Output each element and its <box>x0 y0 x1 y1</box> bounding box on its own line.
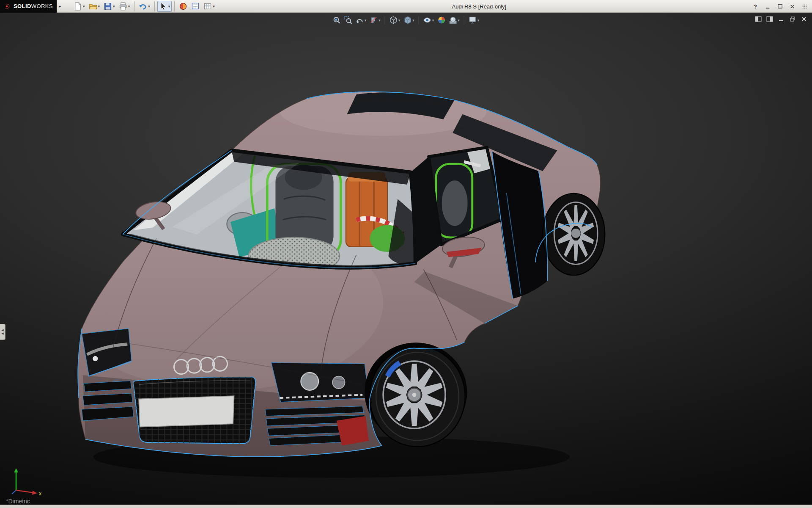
apply-scene-button[interactable]: ▾ <box>447 15 461 25</box>
print-button[interactable]: ▾ <box>117 1 132 12</box>
toolbar-separator <box>464 16 464 25</box>
edit-appearance-button[interactable] <box>436 15 447 25</box>
print-icon <box>119 2 127 11</box>
zoom-to-fit-button[interactable] <box>332 15 342 25</box>
appearance-button[interactable] <box>177 1 189 12</box>
dropdown-arrow-icon[interactable]: ▾ <box>83 4 85 8</box>
view-settings-icon <box>469 16 477 24</box>
zoom-to-area-icon <box>344 16 352 24</box>
view-orientation-label: *Dimetric <box>6 498 30 505</box>
restore-doc-button[interactable] <box>789 15 796 23</box>
drawing-sheet-button[interactable] <box>189 1 201 12</box>
minimize-button[interactable] <box>763 2 772 11</box>
display-style-button[interactable]: ▾ <box>402 15 416 25</box>
orientation-triad: x <box>10 464 48 496</box>
toolbar-expand-arrow-icon[interactable]: ▸ <box>59 4 61 8</box>
dropdown-arrow-icon[interactable]: ▾ <box>477 18 480 22</box>
status-strip <box>0 505 812 508</box>
document-window-controls <box>754 15 808 23</box>
license-plate <box>139 396 234 427</box>
toolbar-separator <box>385 16 385 25</box>
headlight-right <box>272 363 369 402</box>
dropdown-arrow-icon[interactable]: ▾ <box>213 4 215 8</box>
section-view-icon <box>370 16 378 24</box>
minimize-doc-button[interactable] <box>777 15 785 23</box>
rear-right-wheel <box>543 193 605 275</box>
dropdown-arrow-icon[interactable]: ▾ <box>168 4 170 8</box>
previous-view-icon <box>356 16 364 24</box>
dropdown-arrow-icon[interactable]: ▾ <box>432 18 434 22</box>
open-icon <box>89 2 97 11</box>
front-intake-left <box>82 381 133 421</box>
dassault-systemes-logo-icon <box>3 3 11 10</box>
help-button[interactable]: ? <box>751 2 760 11</box>
window-controls: ? <box>751 0 809 13</box>
save-button[interactable]: ▾ <box>102 1 117 12</box>
hide-show-items-icon <box>423 16 431 24</box>
select-icon <box>159 2 167 11</box>
x-axis-label: x <box>39 491 41 496</box>
window-title: Audi R8 S [Read-only] <box>452 0 506 13</box>
headsup-view-toolbar: ▾▾▾▾▾▾▾ <box>332 15 481 25</box>
dropdown-arrow-icon[interactable]: ▾ <box>365 18 367 22</box>
toolbar-separator <box>154 1 155 11</box>
select-button[interactable]: ▾ <box>157 1 172 12</box>
view-orientation-icon <box>390 16 398 24</box>
pane-right-button[interactable] <box>766 15 774 23</box>
sheet-format-button[interactable]: ▾ <box>202 1 217 12</box>
solidworks-logo: SOLIDWORKS <box>0 0 57 13</box>
view-settings-button[interactable]: ▾ <box>467 15 481 25</box>
dropdown-arrow-icon[interactable]: ▾ <box>148 4 150 8</box>
dropdown-arrow-icon[interactable]: ▾ <box>379 18 381 22</box>
dropdown-arrow-icon[interactable]: ▾ <box>98 4 100 8</box>
corner-grip-button[interactable] <box>800 2 809 11</box>
front-right-wheel <box>365 342 467 447</box>
graphics-area[interactable]: ▾▾▾▾▾▾▾ ◀ ◀ x *Dimetric <box>0 13 812 505</box>
car-model <box>62 86 605 478</box>
close-button[interactable] <box>788 2 796 11</box>
chevron-left-icon: ◀ <box>1 329 3 332</box>
drawing-sheet-icon <box>191 2 200 11</box>
toolbar-separator <box>419 16 419 25</box>
dropdown-arrow-icon[interactable]: ▾ <box>458 18 460 22</box>
previous-view-button[interactable]: ▾ <box>354 15 368 25</box>
maximize-button[interactable] <box>776 2 784 11</box>
chevron-left-icon: ◀ <box>1 332 3 335</box>
save-icon <box>104 2 112 11</box>
brand-bold: SOLID <box>14 3 31 9</box>
red-accent <box>337 416 369 446</box>
main-toolbar: ▾▾▾▾▾▾▾ <box>72 1 217 12</box>
undo-icon <box>139 2 147 11</box>
undo-button[interactable]: ▾ <box>137 1 152 12</box>
zoom-to-fit-icon <box>333 16 341 24</box>
view-orientation-button[interactable]: ▾ <box>388 15 402 25</box>
hide-show-items-button[interactable]: ▾ <box>422 15 436 25</box>
dropdown-arrow-icon[interactable]: ▾ <box>128 4 130 8</box>
dropdown-arrow-icon[interactable]: ▾ <box>398 18 401 22</box>
brand-text: SOLIDWORKS <box>14 3 53 9</box>
solidworks-window: SOLIDWORKS ▸ ▾▾▾▾▾▾▾ Audi R8 S [Read-onl… <box>0 0 812 508</box>
appearance-icon <box>179 2 187 11</box>
zoom-to-area-button[interactable] <box>343 15 354 25</box>
dropdown-arrow-icon[interactable]: ▾ <box>113 4 115 8</box>
apply-scene-icon <box>449 16 457 24</box>
new-document-icon <box>74 2 82 11</box>
toolbar-separator <box>174 1 175 11</box>
titlebar: SOLIDWORKS ▸ ▾▾▾▾▾▾▾ Audi R8 S [Read-onl… <box>0 0 812 13</box>
sheet-format-icon <box>203 2 212 11</box>
new-document-button[interactable]: ▾ <box>72 1 87 12</box>
x-axis-arrow <box>32 491 37 495</box>
section-view-button[interactable]: ▾ <box>368 15 382 25</box>
open-button[interactable]: ▾ <box>87 1 102 12</box>
collapse-panel-tab[interactable]: ◀ ◀ <box>0 324 5 340</box>
y-axis-arrow <box>14 468 18 472</box>
display-style-icon <box>403 16 411 24</box>
edit-appearance-icon <box>437 16 445 24</box>
pane-left-button[interactable] <box>754 15 762 23</box>
close-doc-button[interactable] <box>800 15 808 23</box>
3d-model-canvas[interactable] <box>0 13 812 505</box>
toolbar-separator <box>134 1 134 11</box>
dropdown-arrow-icon[interactable]: ▾ <box>412 18 414 22</box>
brand-light: WORKS <box>31 3 53 9</box>
